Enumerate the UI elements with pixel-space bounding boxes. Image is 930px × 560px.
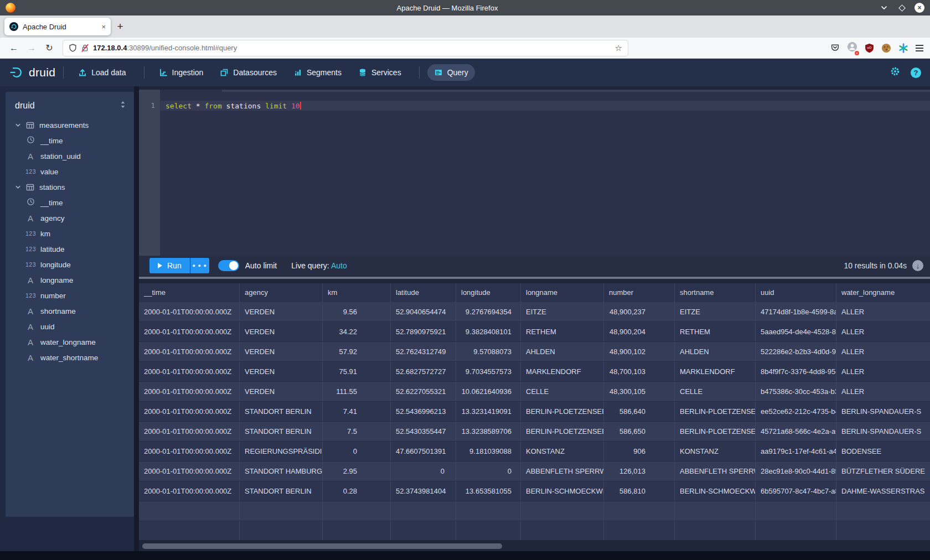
cell-agency[interactable]: VERDEN [240,302,323,322]
run-button[interactable]: Run [149,258,190,273]
bookmark-star-icon[interactable]: ☆ [615,43,622,53]
cell---time[interactable]: 2000-01-01T00:00:00.000Z [139,402,240,421]
results-splitter-handle[interactable] [139,277,930,279]
cell-shortname[interactable]: MARKLENDORF [675,362,756,381]
cell-water-longname[interactable]: BÜTZFLETHER SÜDERE [836,462,930,481]
profile-icon[interactable]: × [847,42,857,54]
auto-limit-toggle[interactable] [218,260,239,271]
tree-item-measurements[interactable]: measurements [6,117,134,133]
cell-longname[interactable]: BERLIN-PLOETZENSEE U [521,422,604,441]
cell-longname[interactable]: ABBENFLETH SPERRWER [521,462,604,481]
cell-longitude[interactable]: 9.57088073 [456,342,521,361]
column-header-km[interactable]: km [323,283,391,302]
cell-longname[interactable]: BERLIN-PLOETZENSEE C [521,402,604,421]
tree-item-longitude[interactable]: 123longitude [6,257,134,272]
cell-longname[interactable]: AHLDEN [521,342,604,361]
cell-km[interactable]: 7.41 [323,402,391,421]
cell-water-longname[interactable]: ALLER [836,302,930,322]
cell-uuid[interactable]: b475386c-30cc-453a-b3 [756,382,836,401]
cell-water-longname[interactable]: ALLER [836,382,930,401]
cell-latitude[interactable]: 52.5430355447 [391,422,456,441]
cell-shortname[interactable]: KONSTANZ [675,442,756,461]
chevron-down-icon[interactable] [15,122,21,128]
cell-shortname[interactable]: BERLIN-PLOETZENSEE U [675,422,756,441]
cell-uuid[interactable]: 5aaed954-de4e-4528-8f [756,322,836,341]
cell-uuid[interactable]: 8b4f9f7c-3376-4dd8-95c [756,362,836,381]
shield-icon[interactable] [69,44,77,52]
sql-editor[interactable]: 1 select * from stations limit 10 [139,90,930,256]
cell-number[interactable]: 906 [604,442,675,461]
cell-agency[interactable]: STANDORT BERLIN [240,402,323,421]
tree-item-water-shortname[interactable]: Awater_shortname [6,350,134,365]
cell-km[interactable]: 75.91 [323,362,391,381]
cell-water-longname[interactable]: DAHME-WASSERSTRAS [836,481,930,501]
cell-uuid[interactable]: 45721a68-566c-4e2a-a6 [756,422,836,441]
cell-water-longname[interactable]: BERLIN-SPANDAUER-S [836,402,930,421]
live-query-value[interactable]: Auto [331,261,347,270]
cell-number[interactable]: 126,013 [604,462,675,481]
cell-latitude[interactable]: 47.6607501391 [391,442,456,461]
help-button[interactable]: ? [911,68,921,78]
cell-km[interactable]: 34.22 [323,322,391,341]
cell-latitude[interactable]: 52.6827572727 [391,362,456,381]
cell-shortname[interactable]: EITZE [675,302,756,322]
cell-shortname[interactable]: ABBENFLETH SPERRWER [675,462,756,481]
cell-agency[interactable]: STANDORT BERLIN [240,422,323,441]
reload-button[interactable]: ↻ [42,41,56,55]
cell-km[interactable]: 0.28 [323,481,391,501]
cell-shortname[interactable]: RETHEM [675,322,756,341]
cell-number[interactable]: 48,900,204 [604,322,675,341]
cell---time[interactable]: 2000-01-01T00:00:00.000Z [139,462,240,481]
cell---time[interactable]: 2000-01-01T00:00:00.000Z [139,382,240,401]
cell-latitude[interactable]: 52.3743981404 [391,481,456,501]
tree-item-latitude[interactable]: 123latitude [6,241,134,257]
nav-item-load-data[interactable]: Load data [71,64,132,81]
download-results-icon[interactable]: ↓ [912,260,923,271]
cell-longitude[interactable]: 9.181039088 [456,442,521,461]
tree-item---time[interactable]: __time [6,133,134,148]
cell-km[interactable]: 57.92 [323,342,391,361]
sql-query-text[interactable]: select * from stations limit 10 [160,101,930,111]
cell-km[interactable]: 2.95 [323,462,391,481]
cell-water-longname[interactable]: ALLER [836,362,930,381]
tree-item-longname[interactable]: Alongname [6,272,134,288]
new-tab-button[interactable]: + [111,20,130,33]
column-header-uuid[interactable]: uuid [756,283,836,302]
cell-km[interactable]: 7.5 [323,422,391,441]
nav-item-ingestion[interactable]: Ingestion [152,64,210,81]
cell-latitude[interactable]: 52.7624312749 [391,342,456,361]
cell-longitude[interactable]: 10.0621640936 [456,382,521,401]
nav-item-datasources[interactable]: Datasources [213,64,283,81]
tree-item-agency[interactable]: Aagency [6,210,134,226]
druid-brand[interactable]: druid [9,65,55,80]
url-bar[interactable]: 172.18.0.4:30899/unified-console.html#qu… [63,40,628,56]
cell-uuid[interactable]: aa9179c1-17ef-4c61-a48 [756,442,836,461]
cell-longname[interactable]: CELLE [521,382,604,401]
schema-header[interactable]: druid [6,98,134,117]
close-window-button[interactable]: × [914,3,924,13]
cell-km[interactable]: 0 [323,442,391,461]
nav-item-segments[interactable]: Segments [287,64,348,81]
cell-longitude[interactable]: 9.7034557573 [456,362,521,381]
tree-item-water-longname[interactable]: Awater_longname [6,334,134,350]
cell-shortname[interactable]: CELLE [675,382,756,401]
nav-item-services[interactable]: Services [352,64,408,81]
cell-shortname[interactable]: AHLDEN [675,342,756,361]
maximize-button[interactable] [897,3,907,13]
cell-agency[interactable]: VERDEN [240,362,323,381]
cell-number[interactable]: 48,700,103 [604,362,675,381]
back-button[interactable]: ← [7,41,21,55]
scrollbar-thumb[interactable] [142,543,502,549]
cell-latitude[interactable]: 52.9040654474 [391,302,456,322]
cookie-extension-icon[interactable] [881,43,891,53]
close-tab-button[interactable]: × [101,23,106,31]
insecure-lock-icon[interactable] [81,44,89,52]
tree-item-km[interactable]: 123km [6,226,134,241]
column-header-longname[interactable]: longname [521,283,604,302]
column-header---time[interactable]: __time [139,283,240,302]
cell-longname[interactable]: EITZE [521,302,604,322]
horizontal-scrollbar[interactable] [141,542,928,550]
cell-shortname[interactable]: BERLIN-PLOETZENSEE C [675,402,756,421]
column-header-shortname[interactable]: shortname [675,283,756,302]
double-caret-sort-icon[interactable] [120,101,126,111]
